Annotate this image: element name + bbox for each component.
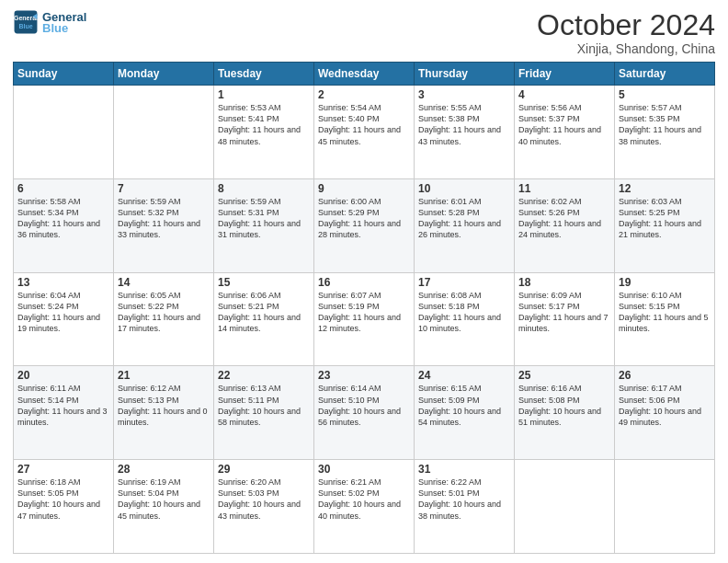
col-friday: Friday <box>515 63 615 86</box>
day-number: 12 <box>619 182 711 195</box>
day-info: Sunrise: 6:17 AM Sunset: 5:06 PM Dayligh… <box>619 383 711 428</box>
day-number: 27 <box>17 463 109 476</box>
day-info: Sunrise: 6:10 AM Sunset: 5:15 PM Dayligh… <box>619 290 711 335</box>
day-info: Sunrise: 5:54 AM Sunset: 5:40 PM Dayligh… <box>318 102 410 147</box>
logo-icon: General Blue <box>13 9 39 35</box>
day-info: Sunrise: 6:07 AM Sunset: 5:19 PM Dayligh… <box>318 290 410 335</box>
day-number: 1 <box>218 88 310 101</box>
calendar-cell <box>114 86 214 179</box>
calendar-cell: 14Sunrise: 6:05 AM Sunset: 5:22 PM Dayli… <box>114 272 214 366</box>
calendar-cell <box>14 86 114 179</box>
header: General Blue General Blue October 2024 X… <box>13 9 715 56</box>
calendar-cell: 6Sunrise: 5:58 AM Sunset: 5:34 PM Daylig… <box>14 178 114 272</box>
calendar-cell: 22Sunrise: 6:13 AM Sunset: 5:11 PM Dayli… <box>214 366 314 460</box>
calendar-cell: 9Sunrise: 6:00 AM Sunset: 5:29 PM Daylig… <box>314 178 415 272</box>
day-number: 2 <box>318 88 410 101</box>
day-info: Sunrise: 6:03 AM Sunset: 5:25 PM Dayligh… <box>619 196 711 241</box>
calendar-week-2: 6Sunrise: 5:58 AM Sunset: 5:34 PM Daylig… <box>14 178 715 272</box>
calendar-cell: 25Sunrise: 6:16 AM Sunset: 5:08 PM Dayli… <box>515 366 615 460</box>
day-info: Sunrise: 5:53 AM Sunset: 5:41 PM Dayligh… <box>218 102 310 147</box>
day-info: Sunrise: 6:22 AM Sunset: 5:01 PM Dayligh… <box>418 477 510 522</box>
day-info: Sunrise: 5:56 AM Sunset: 5:37 PM Dayligh… <box>518 102 610 147</box>
calendar-cell: 27Sunrise: 6:18 AM Sunset: 5:05 PM Dayli… <box>14 460 114 554</box>
day-info: Sunrise: 5:55 AM Sunset: 5:38 PM Dayligh… <box>418 102 510 147</box>
day-info: Sunrise: 5:59 AM Sunset: 5:31 PM Dayligh… <box>218 196 310 241</box>
day-number: 21 <box>118 369 210 382</box>
day-info: Sunrise: 6:12 AM Sunset: 5:13 PM Dayligh… <box>118 383 210 428</box>
calendar-cell <box>615 460 715 554</box>
day-number: 25 <box>518 369 610 382</box>
day-number: 30 <box>318 463 410 476</box>
calendar-cell: 29Sunrise: 6:20 AM Sunset: 5:03 PM Dayli… <box>214 460 314 554</box>
day-info: Sunrise: 5:59 AM Sunset: 5:32 PM Dayligh… <box>118 196 210 241</box>
day-number: 16 <box>318 276 410 289</box>
svg-rect-0 <box>15 11 38 34</box>
day-number: 13 <box>17 276 109 289</box>
day-info: Sunrise: 6:13 AM Sunset: 5:11 PM Dayligh… <box>218 383 310 428</box>
calendar-cell: 7Sunrise: 5:59 AM Sunset: 5:32 PM Daylig… <box>114 178 214 272</box>
calendar-cell: 21Sunrise: 6:12 AM Sunset: 5:13 PM Dayli… <box>114 366 214 460</box>
day-info: Sunrise: 6:14 AM Sunset: 5:10 PM Dayligh… <box>318 383 410 428</box>
calendar-week-5: 27Sunrise: 6:18 AM Sunset: 5:05 PM Dayli… <box>14 460 715 554</box>
day-number: 6 <box>17 182 109 195</box>
svg-text:Blue: Blue <box>18 23 32 29</box>
calendar-week-4: 20Sunrise: 6:11 AM Sunset: 5:14 PM Dayli… <box>14 366 715 460</box>
day-number: 15 <box>218 276 310 289</box>
calendar-cell: 16Sunrise: 6:07 AM Sunset: 5:19 PM Dayli… <box>314 272 415 366</box>
day-info: Sunrise: 6:08 AM Sunset: 5:18 PM Dayligh… <box>418 290 510 335</box>
day-number: 7 <box>118 182 210 195</box>
day-info: Sunrise: 6:15 AM Sunset: 5:09 PM Dayligh… <box>418 383 510 428</box>
day-number: 11 <box>518 182 610 195</box>
day-number: 24 <box>418 369 510 382</box>
day-number: 23 <box>318 369 410 382</box>
day-number: 29 <box>218 463 310 476</box>
calendar-cell: 24Sunrise: 6:15 AM Sunset: 5:09 PM Dayli… <box>415 366 515 460</box>
calendar-cell: 26Sunrise: 6:17 AM Sunset: 5:06 PM Dayli… <box>615 366 715 460</box>
day-info: Sunrise: 6:21 AM Sunset: 5:02 PM Dayligh… <box>318 477 410 522</box>
col-wednesday: Wednesday <box>314 63 415 86</box>
day-number: 22 <box>218 369 310 382</box>
day-number: 9 <box>318 182 410 195</box>
calendar-cell: 17Sunrise: 6:08 AM Sunset: 5:18 PM Dayli… <box>415 272 515 366</box>
day-info: Sunrise: 6:02 AM Sunset: 5:26 PM Dayligh… <box>518 196 610 241</box>
calendar-cell: 13Sunrise: 6:04 AM Sunset: 5:24 PM Dayli… <box>14 272 114 366</box>
day-number: 10 <box>418 182 510 195</box>
title-block: October 2024 Xinjia, Shandong, China <box>537 9 715 56</box>
day-number: 26 <box>619 369 711 382</box>
day-number: 18 <box>518 276 610 289</box>
day-info: Sunrise: 6:01 AM Sunset: 5:28 PM Dayligh… <box>418 196 510 241</box>
day-info: Sunrise: 5:57 AM Sunset: 5:35 PM Dayligh… <box>619 102 711 147</box>
day-info: Sunrise: 6:19 AM Sunset: 5:04 PM Dayligh… <box>118 477 210 522</box>
logo-text: General Blue <box>42 10 86 35</box>
day-number: 8 <box>218 182 310 195</box>
day-info: Sunrise: 6:09 AM Sunset: 5:17 PM Dayligh… <box>518 290 610 335</box>
col-monday: Monday <box>114 63 214 86</box>
calendar-cell: 2Sunrise: 5:54 AM Sunset: 5:40 PM Daylig… <box>314 86 415 179</box>
calendar-cell: 18Sunrise: 6:09 AM Sunset: 5:17 PM Dayli… <box>515 272 615 366</box>
col-thursday: Thursday <box>415 63 515 86</box>
day-info: Sunrise: 6:00 AM Sunset: 5:29 PM Dayligh… <box>318 196 410 241</box>
calendar-cell: 10Sunrise: 6:01 AM Sunset: 5:28 PM Dayli… <box>415 178 515 272</box>
day-info: Sunrise: 5:58 AM Sunset: 5:34 PM Dayligh… <box>17 196 109 241</box>
day-number: 3 <box>418 88 510 101</box>
calendar-cell <box>515 460 615 554</box>
calendar-week-1: 1Sunrise: 5:53 AM Sunset: 5:41 PM Daylig… <box>14 86 715 179</box>
day-number: 5 <box>619 88 711 101</box>
day-info: Sunrise: 6:05 AM Sunset: 5:22 PM Dayligh… <box>118 290 210 335</box>
calendar-cell: 11Sunrise: 6:02 AM Sunset: 5:26 PM Dayli… <box>515 178 615 272</box>
day-info: Sunrise: 6:16 AM Sunset: 5:08 PM Dayligh… <box>518 383 610 428</box>
day-number: 28 <box>118 463 210 476</box>
day-number: 17 <box>418 276 510 289</box>
calendar-cell: 1Sunrise: 5:53 AM Sunset: 5:41 PM Daylig… <box>214 86 314 179</box>
calendar-week-3: 13Sunrise: 6:04 AM Sunset: 5:24 PM Dayli… <box>14 272 715 366</box>
logo: General Blue General Blue <box>13 9 86 35</box>
col-saturday: Saturday <box>615 63 715 86</box>
col-tuesday: Tuesday <box>214 63 314 86</box>
calendar-cell: 31Sunrise: 6:22 AM Sunset: 5:01 PM Dayli… <box>415 460 515 554</box>
page: General Blue General Blue October 2024 X… <box>0 0 728 563</box>
day-number: 20 <box>17 369 109 382</box>
calendar-header-row: Sunday Monday Tuesday Wednesday Thursday… <box>14 63 715 86</box>
calendar-cell: 12Sunrise: 6:03 AM Sunset: 5:25 PM Dayli… <box>615 178 715 272</box>
calendar-table: Sunday Monday Tuesday Wednesday Thursday… <box>13 62 715 554</box>
day-info: Sunrise: 6:18 AM Sunset: 5:05 PM Dayligh… <box>17 477 109 522</box>
